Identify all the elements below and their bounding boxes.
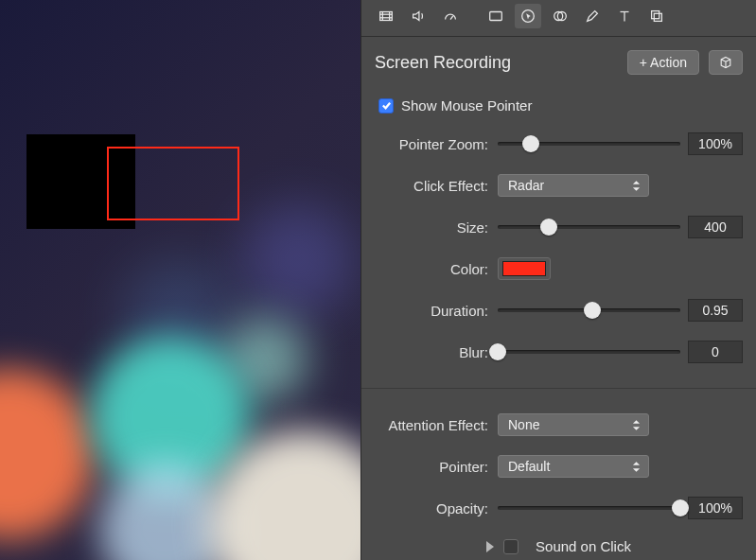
show-mouse-pointer-label: Show Mouse Pointer	[401, 97, 532, 114]
sound-on-click-label: Sound on Click	[536, 538, 631, 554]
size-value[interactable]: 400	[688, 216, 743, 238]
audio-icon[interactable]	[405, 4, 431, 28]
layers-icon[interactable]	[643, 4, 670, 28]
chevrons-icon	[629, 461, 642, 473]
duration-label: Duration:	[375, 303, 498, 319]
size-label: Size:	[375, 219, 498, 236]
color-swatch-fill	[502, 261, 546, 276]
click-effect-label: Click Effect:	[375, 178, 498, 194]
inspector-panel: Screen Recording + Action Show Mouse Poi…	[360, 0, 756, 560]
click-effect-select[interactable]: Radar	[498, 174, 649, 197]
cube-button[interactable]	[709, 50, 743, 75]
chevrons-icon	[629, 419, 642, 431]
bokeh-blob	[0, 369, 95, 539]
overlap-icon[interactable]	[547, 4, 573, 28]
duration-slider[interactable]	[498, 301, 680, 320]
screen-icon[interactable]	[483, 4, 509, 28]
opacity-label: Opacity:	[375, 500, 498, 516]
size-slider[interactable]	[498, 218, 680, 236]
add-action-button[interactable]: + Action	[627, 50, 699, 75]
attention-effect-label: Attention Effect:	[375, 417, 498, 433]
pointer-zoom-label: Pointer Zoom:	[375, 136, 498, 152]
pencil-icon[interactable]	[579, 4, 606, 28]
opacity-slider[interactable]	[498, 499, 680, 517]
sound-on-click-checkbox[interactable]	[503, 539, 519, 554]
svg-rect-0	[380, 12, 393, 21]
disclosure-triangle-icon[interactable]	[486, 541, 494, 552]
duration-value[interactable]: 0.95	[688, 299, 743, 322]
show-mouse-pointer-checkbox[interactable]: Show Mouse Pointer	[375, 90, 743, 121]
pointer-zoom-slider[interactable]	[498, 134, 680, 153]
attention-effect-value: None	[508, 417, 539, 432]
svg-line-5	[450, 16, 453, 20]
canvas-preview[interactable]	[0, 0, 360, 560]
color-label: Color:	[375, 261, 498, 277]
color-swatch[interactable]	[498, 257, 551, 280]
svg-rect-13	[654, 13, 661, 21]
attention-effect-select[interactable]: None	[498, 413, 649, 436]
gauge-icon[interactable]	[437, 4, 464, 28]
svg-rect-6	[490, 12, 502, 21]
chevrons-icon	[629, 180, 642, 192]
text-icon[interactable]	[611, 4, 638, 28]
pointer-zoom-value[interactable]: 100%	[688, 132, 743, 155]
pointer-label: Pointer:	[375, 459, 498, 475]
checkmark-icon	[378, 98, 394, 114]
blur-value[interactable]: 0	[688, 341, 743, 363]
bokeh-blob	[241, 203, 355, 317]
opacity-value[interactable]: 100%	[688, 497, 743, 519]
pointer-select[interactable]: Default	[498, 455, 649, 478]
section-title: Screen Recording	[375, 53, 618, 73]
blur-slider[interactable]	[498, 342, 680, 361]
pointer-value: Default	[508, 459, 550, 474]
click-effect-value: Radar	[508, 178, 544, 193]
clips-icon[interactable]	[373, 4, 399, 28]
section-divider	[361, 388, 756, 389]
blur-label: Blur:	[375, 344, 498, 360]
selection-red-rect[interactable]	[107, 147, 239, 220]
cursor-icon[interactable]	[515, 4, 541, 28]
svg-rect-12	[652, 11, 659, 19]
add-action-label: + Action	[640, 55, 687, 70]
inspector-toolbar	[361, 0, 756, 37]
